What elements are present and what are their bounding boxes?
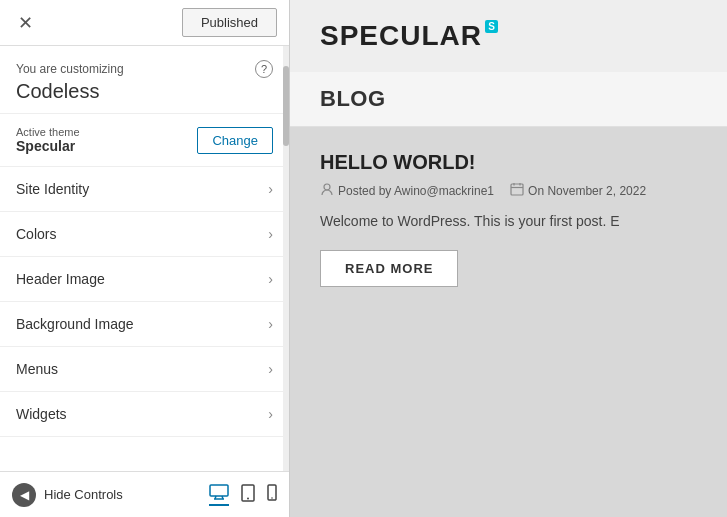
svg-point-8 — [324, 184, 330, 190]
blog-title: BLOG — [320, 86, 386, 111]
menu-list: Site Identity › Colors › Header Image › … — [0, 167, 289, 471]
active-theme-name: Specular — [16, 138, 80, 154]
post-meta: Posted by Awino@mackrine1 On November 2,… — [320, 182, 697, 199]
device-icons — [209, 484, 277, 506]
menu-item-label: Menus — [16, 361, 58, 377]
customizing-row: You are customizing ? — [16, 60, 273, 78]
change-theme-button[interactable]: Change — [197, 127, 273, 154]
close-button[interactable]: ✕ — [12, 10, 39, 36]
content-area: HELLO WORLD! Posted by Awino@mackrine1 — [290, 127, 727, 517]
site-name: Codeless — [16, 80, 273, 103]
menu-item-label: Header Image — [16, 271, 105, 287]
post-excerpt: Welcome to WordPress. This is your first… — [320, 211, 697, 232]
site-title: SPECULAR — [320, 20, 482, 51]
top-bar: ✕ Published — [0, 0, 289, 46]
post-title: HELLO WORLD! — [320, 151, 697, 174]
bottom-controls: ◀ Hide Controls — [0, 471, 289, 517]
post-author-meta: Posted by Awino@mackrine1 — [320, 182, 494, 199]
scroll-track — [283, 46, 289, 471]
site-header: SPECULAR S — [290, 0, 727, 72]
menu-item-label: Site Identity — [16, 181, 89, 197]
date-text: On November 2, 2022 — [528, 184, 646, 198]
menu-item-label: Widgets — [16, 406, 67, 422]
active-theme-info: Active theme Specular — [16, 126, 80, 154]
menu-item-background-image[interactable]: Background Image › — [0, 302, 289, 347]
active-theme-label: Active theme — [16, 126, 80, 138]
author-icon — [320, 182, 334, 199]
customizing-info: You are customizing ? Codeless — [0, 46, 289, 114]
tablet-icon[interactable] — [241, 484, 255, 506]
svg-rect-9 — [511, 184, 523, 195]
mobile-icon[interactable] — [267, 484, 277, 505]
date-icon — [510, 182, 524, 199]
active-theme-bar: Active theme Specular Change — [0, 114, 289, 167]
scroll-thumb[interactable] — [283, 66, 289, 146]
blog-bar: BLOG — [290, 72, 727, 127]
site-badge: S — [485, 20, 498, 33]
customizing-label: You are customizing — [16, 62, 124, 76]
menu-item-label: Colors — [16, 226, 56, 242]
hide-controls-label[interactable]: Hide Controls — [44, 487, 123, 502]
published-button[interactable]: Published — [182, 8, 277, 37]
chevron-right-icon: › — [268, 316, 273, 332]
svg-point-7 — [271, 497, 273, 499]
left-panel: ✕ Published You are customizing ? Codele… — [0, 0, 290, 517]
chevron-right-icon: › — [268, 271, 273, 287]
menu-item-header-image[interactable]: Header Image › — [0, 257, 289, 302]
site-title-wrap: SPECULAR S — [320, 20, 482, 52]
menu-item-widgets[interactable]: Widgets › — [0, 392, 289, 437]
author-text: Posted by Awino@mackrine1 — [338, 184, 494, 198]
right-preview: SPECULAR S BLOG HELLO WORLD! Posted by A… — [290, 0, 727, 517]
menu-item-menus[interactable]: Menus › — [0, 347, 289, 392]
menu-item-label: Background Image — [16, 316, 134, 332]
desktop-icon[interactable] — [209, 484, 229, 506]
hide-controls-arrow[interactable]: ◀ — [12, 483, 36, 507]
menu-item-colors[interactable]: Colors › — [0, 212, 289, 257]
post-date-meta: On November 2, 2022 — [510, 182, 646, 199]
svg-rect-0 — [210, 485, 228, 496]
chevron-right-icon: › — [268, 361, 273, 377]
menu-item-site-identity[interactable]: Site Identity › — [0, 167, 289, 212]
svg-point-5 — [247, 497, 249, 499]
chevron-right-icon: › — [268, 406, 273, 422]
chevron-right-icon: › — [268, 181, 273, 197]
read-more-button[interactable]: READ MORE — [320, 250, 458, 287]
help-icon[interactable]: ? — [255, 60, 273, 78]
chevron-right-icon: › — [268, 226, 273, 242]
